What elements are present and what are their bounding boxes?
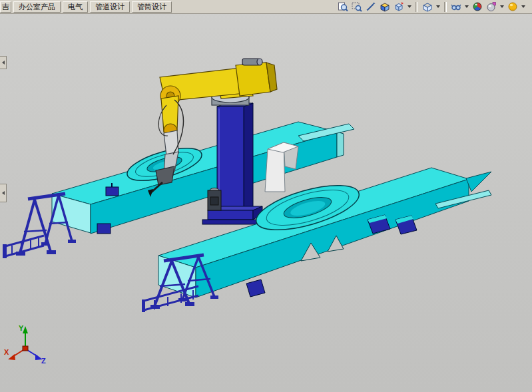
x-axis-label: X [4, 348, 9, 356]
tab-piping-design[interactable]: 管道设计 [90, 1, 130, 13]
tab-office-products[interactable]: 办公室产品 [13, 1, 61, 13]
tab-electrical[interactable]: 电气 [63, 1, 88, 13]
robot-top-cylinder [242, 59, 262, 65]
small-support-mid[interactable] [246, 280, 265, 297]
collapse-arrow-icon [2, 191, 5, 195]
column-base-front[interactable] [208, 210, 253, 220]
edit-appearance-icon[interactable] [471, 0, 484, 13]
triad-origin [23, 346, 28, 351]
3d-viewport[interactable]: Y X Z [0, 0, 532, 392]
hide-show-items-icon[interactable] [449, 0, 463, 13]
tab-tubing-design[interactable]: 管筒设计 [132, 1, 172, 13]
column-base-plate[interactable] [202, 220, 258, 224]
toolbar-separator [415, 2, 418, 12]
view-orientation-icon[interactable] [392, 0, 405, 13]
apply-scene-dropdown-arrow[interactable] [500, 5, 504, 8]
zoom-in-out-icon[interactable] [364, 0, 378, 13]
left-panel-collapse-bottom-button[interactable] [0, 184, 7, 202]
zoom-fit-icon[interactable] [336, 0, 350, 13]
view-orientation-dropdown-arrow[interactable] [407, 5, 411, 8]
x-axis-arrow [8, 354, 15, 360]
beam-back-right-end [337, 132, 344, 157]
toolbar-separator-2 [444, 2, 447, 12]
column-side-face [244, 103, 253, 214]
robot-boom-housing[interactable] [236, 63, 270, 96]
z-axis-label: Z [41, 357, 46, 365]
left-panel-collapse-top-button[interactable] [0, 56, 7, 69]
view-toolbar [336, 0, 532, 13]
collapse-arrow-icon [2, 61, 5, 65]
coordinate-triad: Y X Z [4, 324, 46, 365]
command-manager-toolbar: 吉 办公室产品 电气 管道设计 管筒设计 [0, 0, 532, 14]
apply-scene-icon[interactable] [485, 0, 498, 13]
view-settings-icon[interactable] [506, 0, 519, 13]
white-bracket-part[interactable] [265, 142, 298, 192]
column-motor-box[interactable] [208, 188, 221, 211]
section-view-icon[interactable] [378, 0, 392, 13]
zoom-area-icon[interactable] [350, 0, 364, 13]
tab-partial[interactable]: 吉 [0, 1, 11, 13]
view-settings-dropdown-arrow[interactable] [521, 5, 525, 8]
display-style-icon[interactable] [421, 0, 434, 13]
y-axis-label: Y [19, 324, 24, 332]
cad-application-window: { "window": { "width": 799, "height": 58… [0, 0, 532, 392]
beam-front-tail-fin[interactable] [466, 172, 491, 192]
hide-show-items-dropdown-arrow[interactable] [465, 5, 469, 8]
display-style-dropdown-arrow[interactable] [436, 5, 440, 8]
